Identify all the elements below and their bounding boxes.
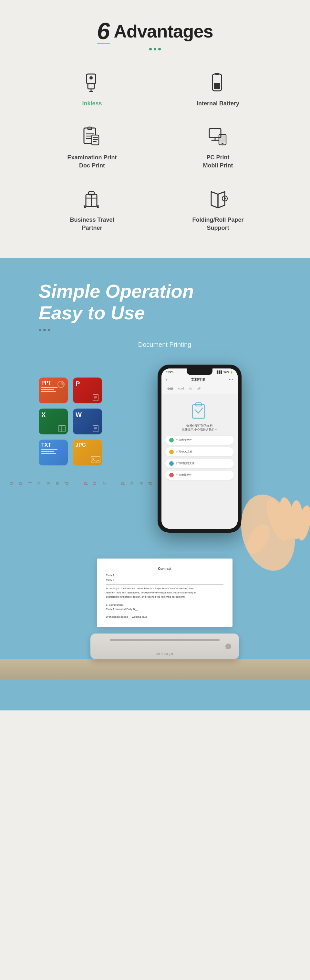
phone-prompt: 选择你要打印的文档 温馨提示:小心哦告诉我们～ xyxy=(182,424,218,431)
ppt-line-3 xyxy=(41,391,56,392)
svg-point-47 xyxy=(92,458,94,460)
phone-menu-item-4[interactable]: 打印电脑文件 xyxy=(165,471,234,480)
pdf-label: P xyxy=(76,380,80,388)
phone-nav-title: 文档打印 xyxy=(191,377,205,382)
dot-2 xyxy=(154,48,156,51)
phone-wifi: WiFi xyxy=(223,371,229,374)
menu-dot-4 xyxy=(169,473,174,477)
dots-decoration xyxy=(13,48,297,51)
jpg-label: JPG xyxy=(76,442,86,448)
phone-signal: ▊▊▊ xyxy=(217,371,223,374)
phone-more-icon[interactable]: ⋯ xyxy=(229,377,233,382)
menu-text-3: 打印时刻打文件 xyxy=(176,461,195,465)
txt-label: TXT xyxy=(41,442,51,448)
exam-print-label: Examination PrintDoc Print xyxy=(67,154,117,170)
svg-rect-38 xyxy=(59,425,65,432)
txt-line-3 xyxy=(41,453,56,454)
simple-dots xyxy=(39,329,291,331)
phone-mockup: 19:25 ▊▊▊ WiFi 🔋 ‹ 文档打印 ⋯ xyxy=(158,364,242,533)
paper-icon xyxy=(205,186,231,212)
advantage-paper: Folding/Roll PaperSupport xyxy=(168,186,268,232)
advantage-exam-print: Examination PrintDoc Print xyxy=(42,124,142,170)
printer-button[interactable] xyxy=(225,644,231,649)
phone-screen: 19:25 ▊▊▊ WiFi 🔋 ‹ 文档打印 ⋯ xyxy=(161,369,238,529)
contract-title: Contract xyxy=(106,566,223,571)
xls-label: X xyxy=(41,411,46,418)
title-text: Advantages xyxy=(114,21,213,42)
phone-time: 19:25 xyxy=(166,371,173,374)
advantage-inkless: Inkless xyxy=(42,70,142,108)
title-number: 6 xyxy=(97,18,110,44)
phone-tab-word[interactable]: word xyxy=(176,386,185,392)
phone-container: 19:25 ▊▊▊ WiFi 🔋 ‹ 文档打印 ⋯ xyxy=(109,364,291,533)
printer-device: peripage xyxy=(90,633,239,659)
svg-point-55 xyxy=(242,521,274,558)
contract-body: According to the Contract Law of People'… xyxy=(106,587,223,599)
svg-point-30 xyxy=(97,206,99,208)
txt-line-2 xyxy=(41,451,54,452)
file-icon-jpg: JPG xyxy=(73,439,102,465)
svg-point-2 xyxy=(89,76,93,80)
contract-divider-2 xyxy=(106,601,223,601)
phone-menu-item-2[interactable]: 打印BOQ文件 xyxy=(165,447,234,457)
menu-dot-2 xyxy=(169,450,174,454)
phone-tab-xls[interactable]: xls xyxy=(187,386,193,392)
svg-rect-48 xyxy=(193,405,205,418)
svg-rect-21 xyxy=(220,135,225,143)
phone-clipboard-icon xyxy=(190,401,209,420)
simple-dot-3 xyxy=(48,329,51,331)
phone-tabs: 全部 word xls pdf xyxy=(161,384,238,395)
simple-operation-section: speedandpassion Simple Operation Easy to… xyxy=(0,258,310,710)
advantage-travel: Business TravelPartner xyxy=(42,186,142,232)
contract-party-note: Party A entrusted Party B__ xyxy=(106,607,223,611)
contract-draft: Draft design period __ working days xyxy=(106,615,223,619)
file-icon-doc: W xyxy=(73,409,102,434)
menu-text-2: 打印BOQ文件 xyxy=(176,450,193,453)
pc-print-label: PC PrintMobil Print xyxy=(203,154,233,170)
simple-title: Simple Operation Easy to Use xyxy=(39,280,291,323)
advantages-section: 6 Advantages Inkless xyxy=(0,0,310,258)
phone-back-icon[interactable]: ‹ xyxy=(166,377,168,382)
file-icon-ppt: PPT xyxy=(39,377,68,403)
exam-print-icon xyxy=(79,124,105,150)
phone-tab-pdf[interactable]: pdf xyxy=(195,386,202,392)
svg-point-29 xyxy=(84,206,86,208)
file-icon-txt: TXT xyxy=(39,439,68,465)
contract-clause: 1. Commitment xyxy=(106,603,223,607)
pc-print-icon xyxy=(205,124,231,150)
doc-label: W xyxy=(76,411,82,418)
dot-3 xyxy=(158,48,161,51)
simple-dot-2 xyxy=(43,329,46,331)
phone-battery-status: 🔋 xyxy=(230,371,233,374)
simple-dot-1 xyxy=(39,329,41,331)
travel-icon xyxy=(79,186,105,212)
ppt-line-2 xyxy=(41,389,54,390)
phone-nav-bar: ‹ 文档打印 ⋯ xyxy=(161,375,238,384)
svg-point-52 xyxy=(277,496,298,540)
svg-rect-6 xyxy=(215,73,219,75)
phone-menu-item-3[interactable]: 打印时刻打文件 xyxy=(165,459,234,468)
inkless-icon xyxy=(79,70,105,95)
contract-divider-1 xyxy=(106,584,223,585)
svg-point-32 xyxy=(224,197,226,199)
ppt-label: PPT xyxy=(41,380,51,386)
svg-rect-1 xyxy=(88,84,94,89)
phone-hand-wrapper: PPT P xyxy=(39,364,291,533)
phone-notch xyxy=(187,369,212,375)
phone-menu-item-1[interactable]: 打印图文文件 xyxy=(165,436,234,445)
printer-logo: peripage xyxy=(156,652,174,655)
contract-party-b: Party B: xyxy=(106,578,223,582)
dot-1 xyxy=(149,48,152,51)
printer-wrapper: peripage xyxy=(39,633,291,659)
txt-line-1 xyxy=(41,449,57,450)
advantage-pc-print: PC PrintMobil Print xyxy=(168,124,268,170)
svg-point-53 xyxy=(290,500,303,539)
inkless-label: Inkless xyxy=(82,100,102,108)
desk-surface xyxy=(0,659,310,679)
printer-slot xyxy=(110,639,220,641)
doc-printing-label: Document Printing xyxy=(39,341,291,348)
advantages-title: 6 Advantages xyxy=(13,19,297,43)
file-icons-col: PPT P xyxy=(39,364,102,465)
menu-dot-3 xyxy=(169,461,174,466)
phone-tab-all[interactable]: 全部 xyxy=(166,386,174,392)
